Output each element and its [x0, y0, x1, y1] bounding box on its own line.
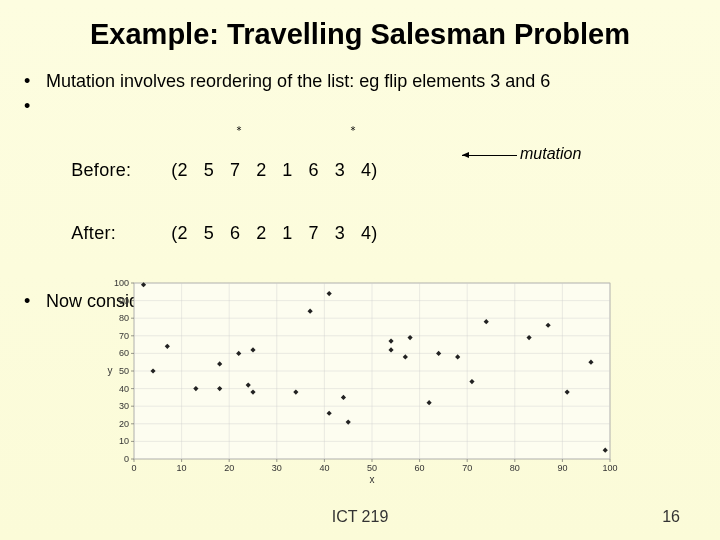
before-sequence: (2 5 7 2 1 6 3 4) — [171, 160, 377, 180]
svg-text:20: 20 — [224, 463, 234, 473]
svg-text:30: 30 — [272, 463, 282, 473]
svg-text:0: 0 — [124, 454, 129, 464]
svg-text:20: 20 — [119, 419, 129, 429]
svg-text:60: 60 — [415, 463, 425, 473]
after-label: After: — [71, 223, 171, 244]
svg-text:70: 70 — [119, 331, 129, 341]
svg-text:10: 10 — [177, 463, 187, 473]
swap-marker-icon: * — [236, 125, 242, 136]
svg-text:0: 0 — [131, 463, 136, 473]
mutation-annotation: mutation — [520, 145, 581, 163]
svg-text:90: 90 — [557, 463, 567, 473]
bullet-1: • Mutation involves reordering of the li… — [0, 71, 720, 92]
footer-course-code: ICT 219 — [0, 508, 720, 526]
svg-text:60: 60 — [119, 348, 129, 358]
bullet-dot-icon: • — [24, 291, 46, 312]
before-label: Before: — [71, 160, 171, 181]
svg-text:90: 90 — [119, 296, 129, 306]
svg-text:x: x — [370, 474, 375, 485]
svg-text:y: y — [108, 365, 113, 376]
page-title: Example: Travelling Salesman Problem — [0, 0, 720, 61]
svg-text:50: 50 — [119, 366, 129, 376]
svg-text:70: 70 — [462, 463, 472, 473]
arrow-left-icon — [462, 155, 517, 156]
after-sequence: (2 5 6 2 1 7 3 4) — [171, 223, 377, 243]
bullet-dot-icon: • — [24, 96, 46, 117]
svg-text:30: 30 — [119, 401, 129, 411]
svg-text:10: 10 — [119, 436, 129, 446]
svg-text:100: 100 — [114, 278, 129, 288]
svg-text:80: 80 — [510, 463, 520, 473]
footer-page-number: 16 — [662, 508, 680, 526]
svg-text:40: 40 — [319, 463, 329, 473]
swap-marker-icon: * — [350, 125, 356, 136]
svg-text:50: 50 — [367, 463, 377, 473]
mutation-example: * * Before:(2 5 7 2 1 6 3 4) After:(2 5 … — [50, 139, 720, 265]
svg-text:100: 100 — [602, 463, 617, 473]
bullet-1-text: Mutation involves reordering of the list… — [46, 71, 550, 92]
bullet-dot-icon: • — [24, 71, 46, 92]
svg-text:80: 80 — [119, 313, 129, 323]
cities-scatter-chart: 0102030405060708090100010203040506070809… — [100, 275, 620, 485]
svg-text:40: 40 — [119, 384, 129, 394]
bullet-empty: • — [0, 96, 720, 117]
